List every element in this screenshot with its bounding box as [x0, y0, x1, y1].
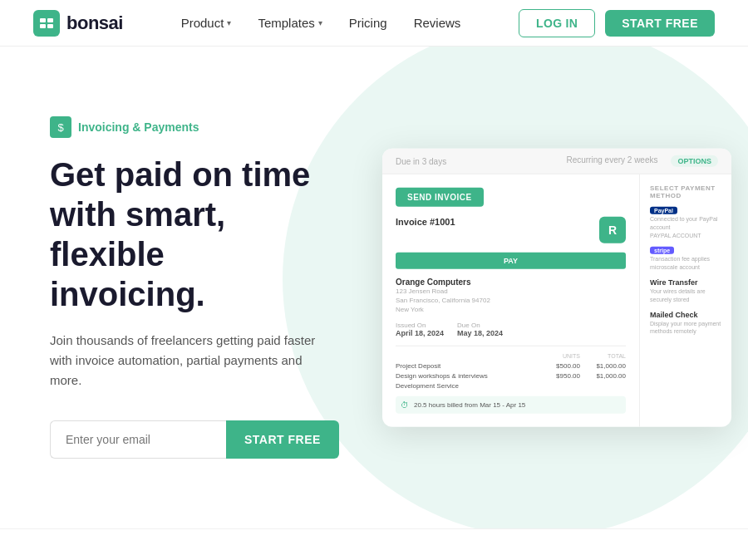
- client-info: Orange Computers 123 Jensen Road San Fra…: [396, 278, 626, 315]
- hero-badge: $ Invoicing & Payments: [50, 116, 324, 138]
- nav-product[interactable]: Product ▾: [170, 9, 244, 37]
- logo[interactable]: bonsai: [33, 10, 123, 37]
- start-free-hero-button[interactable]: START FREE: [226, 420, 339, 459]
- login-button[interactable]: LOG IN: [519, 9, 595, 37]
- table-row: Development Service: [396, 381, 626, 389]
- start-free-nav-button[interactable]: START FREE: [605, 10, 715, 37]
- invoice-dates: Issued On April 18, 2024 Due On May 18, …: [396, 321, 626, 336]
- line-headers: UNITS TOTAL: [396, 352, 626, 358]
- mockup-top-bar: Due in 3 days Recurring every 2 weeks OP…: [382, 149, 731, 174]
- pay-button[interactable]: PAY: [396, 253, 626, 269]
- invoice-panel: SEND INVOICE Invoice #1001 R PAY Orange …: [382, 174, 640, 427]
- table-row: Design workshops & interviews $950.00 $1…: [396, 371, 626, 379]
- invoice-header: Invoice #1001 R: [396, 217, 626, 243]
- line-items: UNITS TOTAL Project Deposit $500.00 $1,0…: [396, 345, 626, 413]
- list-item: stripe Transaction fee appliesmicroscale…: [650, 246, 721, 272]
- mockup-top-left: Due in 3 days: [396, 156, 446, 165]
- due-date: Due On May 18, 2024: [457, 321, 503, 336]
- mockup-top-right: Recurring every 2 weeks OPTIONS: [566, 155, 718, 167]
- logo-svg: [38, 15, 55, 32]
- logo-text: bonsai: [66, 12, 123, 34]
- hero-section: $ Invoicing & Payments Get paid on time …: [0, 47, 748, 528]
- due-label: Due in 3 days: [396, 156, 446, 165]
- nav-actions: LOG IN START FREE: [519, 9, 715, 37]
- mockup-card: Due in 3 days Recurring every 2 weeks OP…: [382, 149, 731, 427]
- svg-rect-1: [47, 18, 53, 22]
- invoicing-icon: $: [50, 116, 71, 138]
- options-pill: OPTIONS: [671, 155, 718, 167]
- mailed-check-label: Mailed Check: [650, 310, 721, 318]
- options-title: SELECT PAYMENT METHOD: [650, 184, 721, 199]
- svg-rect-0: [40, 18, 46, 22]
- client-name: Orange Computers: [396, 278, 626, 287]
- nav-links: Product ▾ Templates ▾ Pricing Reviews: [170, 9, 473, 37]
- client-address: 123 Jensen Road San Francisco, Californi…: [396, 287, 626, 315]
- invoice-title: Invoice #1001: [396, 217, 455, 227]
- hero-content: $ Invoicing & Payments Get paid on time …: [0, 66, 357, 508]
- total-row: ⏱ 20.5 hours billed from Mar 15 - Apr 15: [396, 395, 626, 413]
- recurring-label: Recurring every 2 weeks: [566, 155, 657, 167]
- nav-pricing[interactable]: Pricing: [337, 9, 399, 37]
- payment-options-panel: SELECT PAYMENT METHOD PayPal Connected t…: [640, 174, 731, 427]
- hero-title: Get paid on time with smart, flexible in…: [50, 155, 324, 314]
- list-item: Mailed Check Display your more payment m…: [650, 310, 721, 336]
- invoice-mockup: Due in 3 days Recurring every 2 weeks OP…: [382, 149, 731, 427]
- logo-icon: [33, 10, 60, 37]
- nav-reviews[interactable]: Reviews: [402, 9, 473, 37]
- send-invoice-button[interactable]: SEND INVOICE: [396, 188, 484, 207]
- bottom-section: Start using smart invoices designed to s…: [0, 528, 748, 560]
- chevron-down-icon: ▾: [227, 18, 231, 27]
- svg-rect-3: [47, 24, 53, 28]
- table-row: Project Deposit $500.00 $1,000.00: [396, 361, 626, 369]
- email-input[interactable]: [50, 420, 226, 459]
- list-item: PayPal Connected to your PayPal accountP…: [650, 206, 721, 239]
- hero-form: START FREE: [50, 420, 324, 459]
- invoice-avatar: R: [599, 217, 626, 243]
- list-item: Wire Transfer Your wires details are sec…: [650, 278, 721, 304]
- paypal-badge: PayPal: [650, 207, 677, 214]
- total-text: 20.5 hours billed from Mar 15 - Apr 15: [414, 400, 525, 408]
- wire-transfer-label: Wire Transfer: [650, 278, 721, 287]
- navbar: bonsai Product ▾ Templates ▾ Pricing Rev…: [0, 0, 748, 47]
- issued-date: Issued On April 18, 2024: [396, 321, 444, 336]
- nav-templates[interactable]: Templates ▾: [246, 9, 333, 37]
- chevron-down-icon: ▾: [318, 18, 322, 27]
- clock-icon: ⏱: [401, 400, 409, 409]
- svg-rect-2: [40, 24, 46, 28]
- mockup-body: SEND INVOICE Invoice #1001 R PAY Orange …: [382, 174, 731, 427]
- hero-badge-text: Invoicing & Payments: [78, 120, 199, 134]
- hero-subtitle: Join thousands of freelancers getting pa…: [50, 331, 324, 391]
- stripe-badge: stripe: [650, 247, 674, 254]
